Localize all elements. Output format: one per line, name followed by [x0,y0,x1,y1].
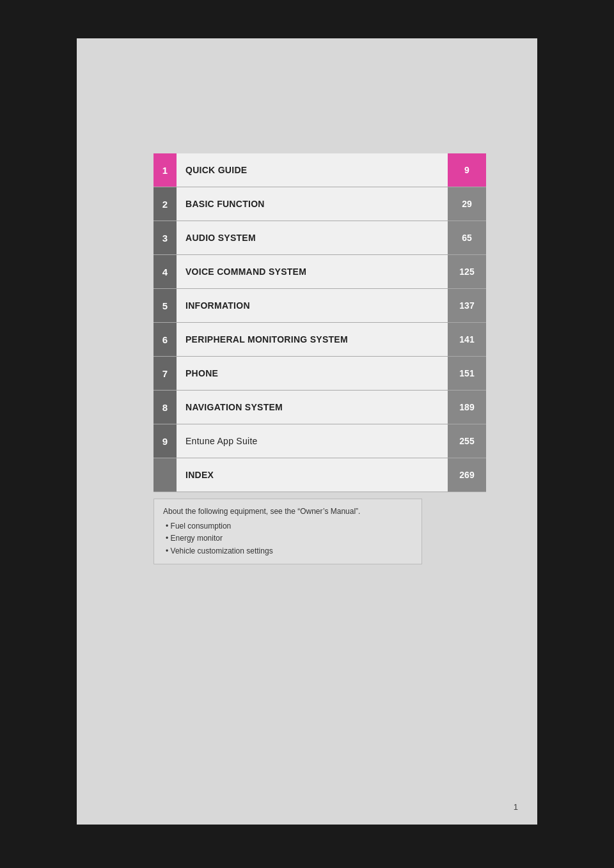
toc-title-7: PHONE [177,357,448,390]
toc-page-6: 141 [448,323,486,356]
toc-page-2: 29 [448,187,486,221]
toc-row: 9 Entune App Suite 255 [154,424,486,458]
toc-page-4: 125 [448,255,486,288]
toc-title-9: Entune App Suite [177,424,448,458]
page-container: 1 QUICK GUIDE 9 2 BASIC FUNCTION 29 3 AU… [77,38,537,825]
toc-row: 2 BASIC FUNCTION 29 [154,187,486,221]
note-box: About the following equipment, see the “… [154,499,422,564]
note-bullet-1: • Fuel consumption [166,520,413,532]
toc-number-5: 5 [154,289,177,322]
toc-title-5: INFORMATION [177,289,448,322]
toc-page-9: 255 [448,424,486,458]
toc-number-6: 6 [154,323,177,356]
page-number: 1 [514,802,518,812]
note-intro: About the following equipment, see the “… [163,506,413,518]
toc-row: 8 NAVIGATION SYSTEM 189 [154,391,486,424]
toc-number-8: 8 [154,391,177,424]
toc-page-1: 9 [448,153,486,187]
toc-page-8: 189 [448,391,486,424]
toc-title-2: BASIC FUNCTION [177,187,448,221]
toc-row: 5 INFORMATION 137 [154,289,486,323]
toc-title-1: QUICK GUIDE [177,153,448,187]
toc-title-index: INDEX [177,458,448,492]
toc-page-5: 137 [448,289,486,322]
toc-number-7: 7 [154,357,177,390]
toc-wrapper: 1 QUICK GUIDE 9 2 BASIC FUNCTION 29 3 AU… [154,153,486,564]
toc-number-4: 4 [154,255,177,288]
toc-number-2: 2 [154,187,177,221]
toc-page-7: 151 [448,357,486,390]
toc-title-3: AUDIO SYSTEM [177,221,448,254]
toc-row: 3 AUDIO SYSTEM 65 [154,221,486,255]
toc-title-8: NAVIGATION SYSTEM [177,391,448,424]
note-bullet-2: • Energy monitor [166,532,413,545]
toc-number-1: 1 [154,153,177,187]
toc-title-4: VOICE COMMAND SYSTEM [177,255,448,288]
note-bullet-3: • Vehicle customization settings [166,545,413,557]
toc-row: 1 QUICK GUIDE 9 [154,153,486,187]
toc-number-3: 3 [154,221,177,254]
toc-page-index: 269 [448,458,486,492]
toc-row: 7 PHONE 151 [154,357,486,391]
toc-row: 6 PERIPHERAL MONITORING SYSTEM 141 [154,323,486,357]
toc-number-9: 9 [154,424,177,458]
toc-page-3: 65 [448,221,486,254]
toc-number-index [154,458,177,492]
toc-title-6: PERIPHERAL MONITORING SYSTEM [177,323,448,356]
toc-row: INDEX 269 [154,458,486,492]
toc-row: 4 VOICE COMMAND SYSTEM 125 [154,255,486,289]
